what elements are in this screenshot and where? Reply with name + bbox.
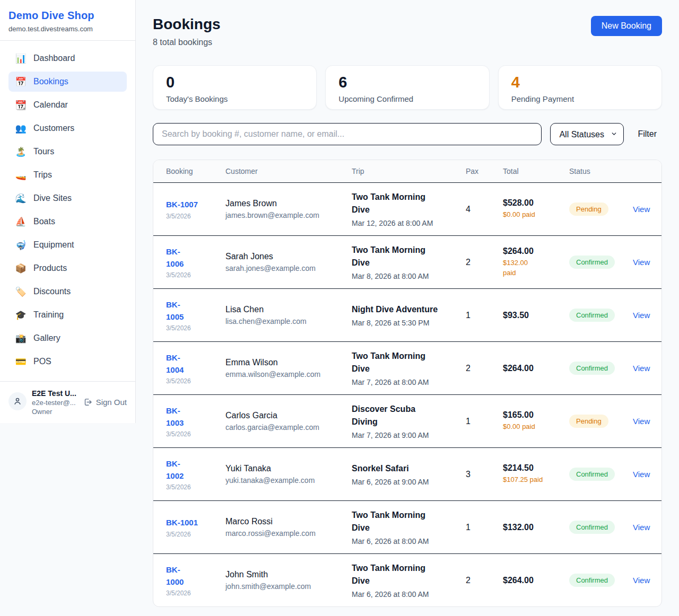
booking-id-link[interactable]: BK- 1000 bbox=[166, 564, 225, 588]
user-info: E2E Test U... e2e-tester@... Owner bbox=[32, 389, 78, 416]
sidebar-item-label: Equipment bbox=[33, 240, 74, 250]
sidebar-item-label: Products bbox=[33, 263, 67, 273]
customer-name: Emma Wilson bbox=[225, 358, 352, 367]
customer-name: Yuki Tanaka bbox=[225, 464, 352, 473]
total-amount: $214.50 bbox=[503, 463, 569, 473]
booking-id-link[interactable]: BK- 1002 bbox=[166, 457, 225, 482]
customer-cell: Sarah Jones sarah.jones@example.com bbox=[225, 252, 352, 272]
status-select[interactable]: All Statuses bbox=[550, 123, 624, 145]
booking-id-link[interactable]: BK-1007 bbox=[166, 198, 225, 210]
col-header-pax: Pax bbox=[466, 167, 503, 175]
brand-domain: demo.test.divestreams.com bbox=[8, 25, 127, 33]
sidebar-item-dashboard[interactable]: 📊 Dashboard bbox=[8, 48, 127, 68]
view-link[interactable]: View bbox=[633, 576, 650, 585]
view-link[interactable]: View bbox=[633, 470, 650, 479]
sidebar-item-customers[interactable]: 👥 Customers bbox=[8, 118, 127, 138]
filter-row: All Statuses Filter bbox=[153, 123, 662, 145]
trips-icon: 🚤 bbox=[15, 170, 27, 181]
view-link[interactable]: View bbox=[633, 311, 650, 320]
sidebar-item-training[interactable]: 🎓 Training bbox=[8, 305, 127, 325]
trip-datetime: Mar 8, 2026 at 8:00 AM bbox=[352, 272, 466, 280]
booking-id-link[interactable]: BK- 1004 bbox=[166, 351, 225, 376]
customer-cell: Marco Rossi marco.rossi@example.com bbox=[225, 517, 352, 538]
booking-cell: BK-1007 3/5/2026 bbox=[166, 198, 225, 219]
sign-out-button[interactable]: Sign Out bbox=[83, 398, 127, 407]
table-row: BK- 1006 3/5/2026 Sarah Jones sarah.jone… bbox=[153, 235, 661, 288]
booking-date: 3/5/2026 bbox=[166, 531, 225, 538]
dashboard-icon: 📊 bbox=[15, 53, 27, 64]
trip-name: Two Tank Morning Dive bbox=[352, 562, 443, 587]
col-header-trip: Trip bbox=[352, 167, 466, 175]
status-badge: Confirmed bbox=[569, 362, 615, 375]
status-cell: Confirmed bbox=[569, 256, 633, 269]
view-link[interactable]: View bbox=[633, 205, 650, 214]
trip-datetime: Mar 7, 2026 at 8:00 AM bbox=[352, 378, 466, 386]
status-cell: Confirmed bbox=[569, 521, 633, 534]
sidebar-nav: 📊 Dashboard 📅 Bookings 📆 Calendar 👥 Cust… bbox=[0, 41, 135, 381]
booking-date: 3/5/2026 bbox=[166, 377, 225, 385]
sidebar-item-products[interactable]: 📦 Products bbox=[8, 258, 127, 278]
sidebar-item-tours[interactable]: 🏝️ Tours bbox=[8, 142, 127, 162]
new-booking-button[interactable]: New Booking bbox=[591, 16, 662, 36]
sidebar-item-label: Dashboard bbox=[33, 54, 75, 63]
trip-datetime: Mar 8, 2026 at 5:30 PM bbox=[352, 319, 466, 327]
pax-cell: 1 bbox=[466, 417, 503, 426]
search-input[interactable] bbox=[153, 123, 542, 145]
sidebar-item-dive-sites[interactable]: 🌊 Dive Sites bbox=[8, 188, 127, 208]
view-link[interactable]: View bbox=[633, 417, 650, 426]
total-amount: $264.00 bbox=[503, 247, 569, 256]
status-badge: Confirmed bbox=[569, 574, 615, 587]
status-badge: Pending bbox=[569, 415, 608, 428]
total-cell: $214.50 $107.25 paid bbox=[503, 463, 569, 485]
sidebar-item-equipment[interactable]: 🤿 Equipment bbox=[8, 235, 127, 255]
customer-email: carlos.garcia@example.com bbox=[225, 423, 352, 432]
sidebar-item-label: Discounts bbox=[33, 287, 71, 296]
sidebar-item-label: Training bbox=[33, 310, 64, 320]
sidebar-item-gallery[interactable]: 📸 Gallery bbox=[8, 328, 127, 348]
trip-cell: Two Tank Morning Dive Mar 6, 2026 at 8:0… bbox=[352, 509, 466, 545]
booking-cell: BK- 1005 3/5/2026 bbox=[166, 298, 225, 332]
trip-datetime: Mar 12, 2026 at 8:00 AM bbox=[352, 219, 466, 227]
view-link[interactable]: View bbox=[633, 364, 650, 373]
view-link[interactable]: View bbox=[633, 523, 650, 532]
pax-cell: 1 bbox=[466, 523, 503, 532]
sidebar-item-discounts[interactable]: 🏷️ Discounts bbox=[8, 281, 127, 302]
trip-name: Two Tank Morning Dive bbox=[352, 191, 443, 216]
status-badge: Confirmed bbox=[569, 521, 615, 534]
sidebar-item-bookings[interactable]: 📅 Bookings bbox=[8, 72, 127, 92]
booking-id-link[interactable]: BK-1001 bbox=[166, 516, 225, 529]
training-icon: 🎓 bbox=[15, 310, 27, 321]
total-cell: $264.00 bbox=[503, 576, 569, 585]
stat-card: 4 Pending Payment bbox=[498, 65, 662, 110]
brand-title: Demo Dive Shop bbox=[8, 10, 127, 22]
booking-id-link[interactable]: BK- 1003 bbox=[166, 404, 225, 429]
pax-cell: 2 bbox=[466, 576, 503, 585]
calendar-icon: 📆 bbox=[15, 100, 27, 111]
sidebar-item-trips[interactable]: 🚤 Trips bbox=[8, 165, 127, 185]
total-amount: $165.00 bbox=[503, 410, 569, 420]
filter-button[interactable]: Filter bbox=[632, 129, 662, 139]
total-amount: $264.00 bbox=[503, 576, 569, 585]
sidebar-item-label: Tours bbox=[33, 147, 54, 156]
table-row: BK-1001 3/5/2026 Marco Rossi marco.rossi… bbox=[153, 500, 661, 553]
sidebar-item-calendar[interactable]: 📆 Calendar bbox=[8, 95, 127, 115]
table-row: BK- 1002 3/5/2026 Yuki Tanaka yuki.tanak… bbox=[153, 447, 661, 500]
trip-name: Two Tank Morning Dive bbox=[352, 509, 443, 534]
sidebar-item-label: Calendar bbox=[33, 100, 68, 110]
booking-date: 3/5/2026 bbox=[166, 430, 225, 438]
sidebar-item-boats[interactable]: ⛵ Boats bbox=[8, 212, 127, 232]
products-icon: 📦 bbox=[15, 263, 27, 274]
customer-name: Sarah Jones bbox=[225, 252, 352, 261]
trip-cell: Discover Scuba Diving Mar 7, 2026 at 9:0… bbox=[352, 403, 466, 439]
booking-id-link[interactable]: BK- 1006 bbox=[166, 245, 225, 270]
table-header-row: Booking Customer Trip Pax Total Status bbox=[153, 160, 661, 182]
booking-id-link[interactable]: BK- 1005 bbox=[166, 298, 225, 323]
user-role: Owner bbox=[32, 408, 78, 416]
actions-cell: View bbox=[633, 523, 650, 532]
customer-cell: Emma Wilson emma.wilson@example.com bbox=[225, 358, 352, 379]
sidebar-item-pos[interactable]: 💳 POS bbox=[8, 351, 127, 372]
status-cell: Pending bbox=[569, 203, 633, 216]
brand-block: Demo Dive Shop demo.test.divestreams.com bbox=[0, 0, 135, 41]
actions-cell: View bbox=[633, 258, 650, 267]
view-link[interactable]: View bbox=[633, 258, 650, 267]
